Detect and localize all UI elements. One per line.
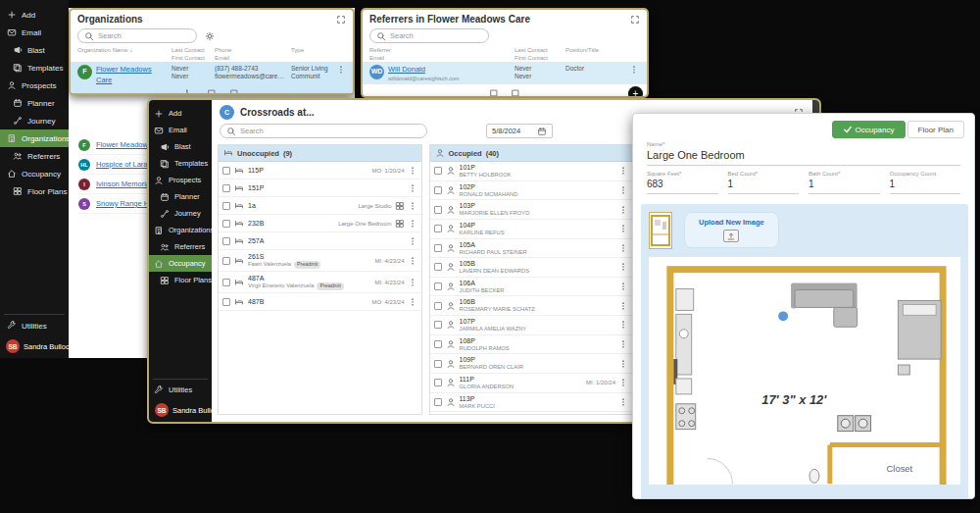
unit-row[interactable]: 151P [219, 180, 421, 197]
sidebar-item[interactable]: Planner [149, 188, 212, 205]
tab-occupancy[interactable]: Occupancy [832, 121, 906, 138]
row-menu-icon[interactable] [408, 297, 417, 307]
row-checkbox[interactable] [434, 206, 442, 214]
sidebar-item[interactable]: Referrers [0, 147, 69, 165]
sidebar-item[interactable]: Occupancy [0, 165, 69, 182]
sidebar-item[interactable]: Add [149, 105, 212, 122]
resident-row[interactable]: 111P GLORIA ANDERSON MI: 1/20/24 [430, 374, 633, 393]
page-icon[interactable] [229, 88, 239, 95]
sidebar-item[interactable]: Organizations [149, 222, 212, 238]
unit-row[interactable]: 115P MO: 1/20/24 [219, 162, 421, 180]
row-menu-icon[interactable] [408, 201, 417, 211]
row-checkbox[interactable] [222, 257, 230, 265]
row-checkbox[interactable] [222, 279, 230, 286]
row-checkbox[interactable] [434, 244, 442, 252]
resident-row[interactable]: 102P RONALD MCMAHAND [430, 181, 633, 201]
sidebar-item-utilities[interactable]: Utilities [149, 382, 212, 398]
resident-row[interactable]: 106A JUDITH BECKER [430, 278, 633, 297]
page-icon[interactable] [207, 88, 217, 95]
sidebar-item-utilities[interactable]: Utilities [0, 317, 69, 334]
sidebar-item[interactable]: Prospects [149, 172, 212, 188]
row-checkbox[interactable] [434, 263, 442, 271]
row-menu-icon[interactable] [618, 262, 628, 272]
unit-row[interactable]: 487A Virgil Emeterio Valenzuela Preadmit… [219, 272, 421, 293]
resident-row[interactable]: 108P RUDOLPH RAMOS [430, 335, 633, 355]
date-input[interactable] [492, 127, 533, 135]
row-checkbox[interactable] [434, 302, 442, 310]
unit-row[interactable]: 1a Large Studio [219, 197, 421, 215]
row-menu-icon[interactable] [408, 183, 417, 193]
resident-row[interactable]: 104P KARLINE REFUS [430, 220, 633, 239]
row-checkbox[interactable] [434, 340, 442, 348]
row-checkbox[interactable] [434, 282, 442, 290]
row-checkbox[interactable] [434, 379, 442, 386]
row-checkbox[interactable] [434, 360, 442, 368]
tab-floor-plan[interactable]: Floor Plan [907, 121, 964, 138]
row-menu-icon[interactable] [618, 224, 628, 233]
sidebar-item[interactable]: Referrers [149, 238, 212, 255]
form-field[interactable]: Occupancy Count 1 [890, 171, 961, 194]
form-field[interactable]: Bed Count* 1 [728, 171, 800, 194]
unit-row[interactable]: 257A [219, 232, 421, 250]
sidebar-item[interactable]: Email [149, 122, 212, 138]
resident-row[interactable]: 107P JARMILA AMELIA WAZNY [430, 316, 633, 335]
sidebar-item[interactable]: Add [0, 6, 69, 24]
unit-row[interactable]: 261S Fawn Valenzuela Preadmit MI: 4/23/2… [219, 250, 421, 272]
expand-icon[interactable] [630, 15, 640, 25]
sidebar-item[interactable]: Prospects [0, 77, 69, 94]
page-icon[interactable] [489, 88, 499, 98]
search-input[interactable] [98, 31, 190, 40]
row-checkbox[interactable] [222, 220, 230, 228]
row-menu-icon[interactable] [618, 301, 628, 311]
form-field[interactable]: Bath Count* 1 [808, 171, 880, 194]
sidebar-item[interactable]: Floor Plans [0, 182, 69, 200]
row-menu-icon[interactable] [618, 320, 628, 330]
sidebar-item[interactable]: Journey [0, 112, 69, 129]
user-menu[interactable]: SB Sandra Bullock [0, 334, 69, 358]
name-field[interactable]: Name* Large One Bedroom [633, 138, 974, 166]
sidebar-item[interactable]: Occupancy [149, 255, 212, 272]
row-menu-icon[interactable] [336, 65, 346, 75]
row-menu-icon[interactable] [618, 378, 628, 387]
row-checkbox[interactable] [222, 237, 230, 245]
resident-row[interactable]: 101P BETTY HOLBROOK [430, 162, 633, 181]
sidebar-item[interactable]: Organizations [0, 129, 69, 147]
resident-row[interactable]: 106B ROSEMARY MARIE SCHATZ [430, 296, 633, 316]
row-menu-icon[interactable] [618, 185, 628, 195]
row-menu-icon[interactable] [408, 219, 417, 229]
sidebar-item[interactable]: Journey [149, 205, 212, 222]
resident-row[interactable]: 116P EDIE OLIVER [430, 412, 633, 414]
sidebar-item[interactable]: Planner [0, 94, 69, 112]
sidebar-item[interactable]: Templates [149, 155, 212, 172]
row-menu-icon[interactable] [618, 243, 628, 253]
column-organization-name[interactable]: Organization Name ↓ [77, 47, 168, 55]
sidebar-item[interactable]: Email [0, 24, 69, 41]
row-menu-icon[interactable] [408, 278, 417, 287]
resident-row[interactable]: 103P MARJORIE ELLEN FROYD [430, 200, 633, 220]
unit-row[interactable]: 232B Large One Bedroom [219, 215, 421, 232]
add-referrer-button[interactable]: + [628, 86, 643, 98]
row-checkbox[interactable] [222, 184, 230, 192]
row-menu-icon[interactable] [618, 339, 628, 349]
row-menu-icon[interactable] [408, 166, 417, 176]
sidebar-item[interactable]: Blast [0, 41, 69, 59]
unit-row[interactable]: 487B MO: 4/23/24 [219, 293, 421, 311]
table-row[interactable]: F Flower Meadows Care NeverNever (837) 4… [71, 62, 353, 95]
row-checkbox[interactable] [434, 398, 442, 406]
row-menu-icon[interactable] [618, 205, 628, 215]
row-checkbox[interactable] [222, 167, 230, 175]
resident-row[interactable]: 105A RICHARD PAUL STEINER [430, 239, 633, 259]
search-input[interactable] [240, 127, 420, 135]
row-checkbox[interactable] [434, 167, 442, 175]
expand-icon[interactable] [336, 15, 346, 25]
row-checkbox[interactable] [434, 225, 442, 232]
settings-icon[interactable] [205, 31, 215, 41]
resident-row[interactable]: 109P BERNARD OREN CLAIR [430, 354, 633, 374]
calendar-icon[interactable] [537, 127, 547, 136]
floorplan-thumbnail[interactable] [649, 212, 672, 249]
organization-link[interactable]: Flower Meadows Care [96, 65, 168, 85]
row-checkbox[interactable] [222, 202, 230, 210]
table-row[interactable]: WD Will Donald willdonald@caresightsch.c… [363, 62, 647, 84]
floorplan-icon[interactable] [395, 201, 405, 211]
row-checkbox[interactable] [222, 298, 230, 306]
